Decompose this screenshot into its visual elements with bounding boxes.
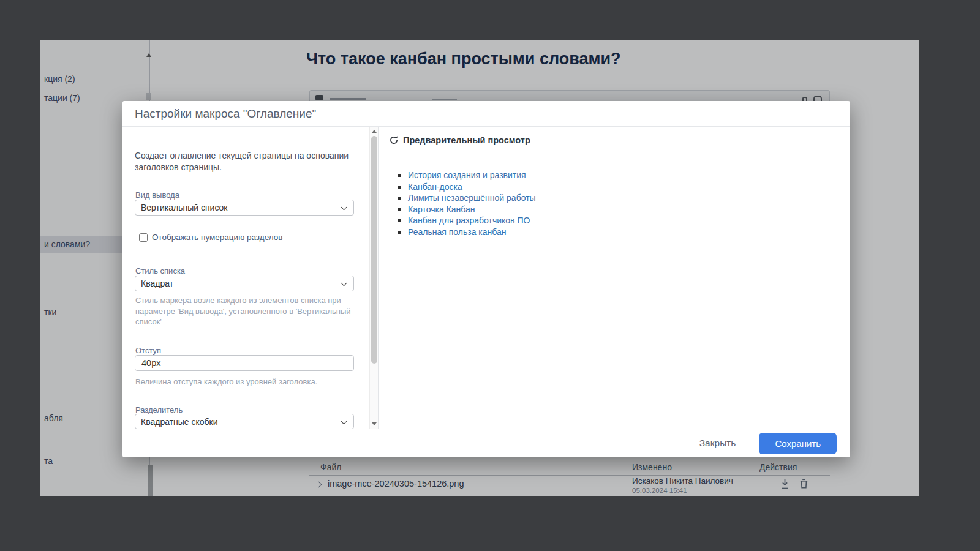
- list-style-help: Стиль маркера возле каждого из элементов…: [135, 295, 357, 328]
- square-bullet-icon: [398, 174, 401, 177]
- square-bullet-icon: [398, 208, 401, 211]
- indent-label: Отступ: [135, 346, 161, 355]
- scrollbar-thumb[interactable]: [371, 136, 377, 364]
- scroll-up-icon[interactable]: [372, 130, 377, 133]
- macro-settings-dialog: Настройки макроса "Оглавление" Создает о…: [123, 101, 850, 457]
- macro-settings-form: Создает оглавление текущей страницы на о…: [123, 127, 369, 429]
- output-type-select[interactable]: Вертикальный список: [135, 200, 354, 216]
- list-style-select[interactable]: Квадрат: [135, 276, 354, 291]
- output-type-label: Вид вывода: [135, 190, 179, 200]
- preview-pane: Предварительный просмотр История создани…: [378, 127, 850, 429]
- dialog-title: Настройки макроса "Оглавление": [135, 107, 316, 121]
- numbering-option: Отображать нумерацию разделов: [139, 233, 282, 242]
- form-scrollbar[interactable]: [369, 127, 378, 429]
- toc-link[interactable]: Реальная польза канбан: [408, 227, 507, 237]
- output-type-value: Вертикальный список: [141, 203, 228, 212]
- toc-preview-list: История создания и развития Канбан-доска…: [398, 170, 536, 238]
- indent-input[interactable]: [135, 355, 354, 371]
- square-bullet-icon: [398, 219, 401, 222]
- preview-header: Предварительный просмотр: [389, 135, 530, 145]
- square-bullet-icon: [398, 186, 401, 189]
- toc-link[interactable]: Карточка Канбан: [408, 204, 475, 214]
- refresh-icon[interactable]: [389, 135, 399, 145]
- save-button[interactable]: Сохранить: [759, 433, 837, 454]
- dialog-footer: Закрыть Сохранить: [123, 429, 850, 457]
- preview-heading: Предварительный просмотр: [403, 135, 530, 145]
- toc-link[interactable]: Канбан для разработчиков ПО: [408, 216, 530, 225]
- chevron-down-icon: [341, 204, 347, 211]
- chevron-down-icon: [341, 419, 347, 425]
- toc-link[interactable]: Канбан-доска: [408, 182, 462, 192]
- close-button[interactable]: Закрыть: [699, 438, 736, 449]
- list-item: Карточка Канбан: [398, 204, 536, 216]
- separator-label: Разделитель: [135, 405, 183, 414]
- scroll-down-icon[interactable]: [372, 422, 377, 425]
- indent-help: Величина отступа каждого из уровней заго…: [135, 377, 357, 388]
- square-bullet-icon: [398, 197, 401, 200]
- toc-link[interactable]: История создания и развития: [408, 170, 526, 180]
- list-item: Лимиты незавершённой работы: [398, 192, 536, 204]
- list-style-value: Квадрат: [141, 279, 173, 288]
- preview-divider: [379, 154, 850, 154]
- list-item: История создания и развития: [398, 170, 536, 181]
- list-item: Реальная польза канбан: [398, 227, 536, 238]
- list-item: Канбан-доска: [398, 181, 536, 193]
- dialog-body: Создает оглавление текущей страницы на о…: [123, 127, 850, 429]
- toc-link[interactable]: Лимиты незавершённой работы: [408, 193, 536, 203]
- numbering-checkbox[interactable]: [139, 233, 148, 242]
- separator-value: Квадратные скобки: [141, 417, 218, 427]
- list-style-label: Стиль списка: [135, 266, 185, 276]
- square-bullet-icon: [398, 231, 401, 234]
- macro-description: Создает оглавление текущей страницы на о…: [135, 150, 359, 173]
- list-item: Канбан для разработчиков ПО: [398, 215, 536, 227]
- dialog-header: Настройки макроса "Оглавление": [123, 101, 850, 127]
- numbering-label: Отображать нумерацию разделов: [152, 233, 282, 242]
- chevron-down-icon: [341, 280, 347, 287]
- separator-select[interactable]: Квадратные скобки: [135, 414, 354, 429]
